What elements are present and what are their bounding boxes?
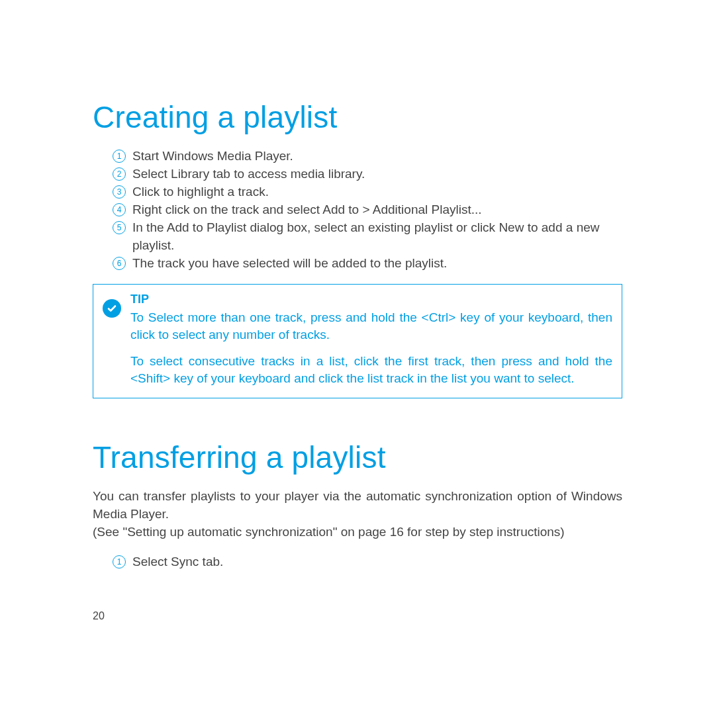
step-text: The track you have selected will be adde… — [132, 256, 447, 270]
tip-paragraph: To select consecutive tracks in a list, … — [130, 353, 612, 387]
step-item: 1Select Sync tab. — [113, 553, 622, 570]
section-title-creating: Creating a playlist — [93, 99, 622, 135]
step-number-icon: 2 — [113, 167, 126, 181]
intro-line: You can transfer playlists to your playe… — [93, 487, 622, 523]
step-item: 4Right click on the track and select Add… — [113, 201, 622, 218]
step-item: 3Click to highlight a track. — [113, 183, 622, 201]
step-item: 5In the Add to Playlist dialog box, sele… — [113, 218, 622, 254]
step-text: Select Sync tab. — [132, 555, 223, 569]
tip-callout: TIP To Select more than one track, press… — [93, 284, 622, 398]
step-item: 1Start Windows Media Player. — [113, 147, 622, 165]
tip-label: TIP — [130, 293, 612, 306]
tip-paragraph: To Select more than one track, press and… — [130, 309, 612, 343]
tip-content: TIP To Select more than one track, press… — [130, 293, 612, 387]
step-number-icon: 1 — [113, 555, 126, 569]
step-item: 2Select Library tab to access media libr… — [113, 165, 622, 183]
page-number: 20 — [93, 610, 105, 622]
checkmark-icon — [103, 299, 121, 318]
section-title-transferring: Transferring a playlist — [93, 439, 622, 475]
manual-page: Creating a playlist 1Start Windows Media… — [0, 0, 715, 728]
tip-text: To Select more than one track, press and… — [130, 309, 612, 387]
step-text: Start Windows Media Player. — [132, 149, 293, 163]
step-number-icon: 4 — [113, 203, 126, 216]
steps-list-transferring: 1Select Sync tab. — [93, 553, 622, 570]
intro-line: (See "Setting up automatic synchronizati… — [93, 523, 622, 541]
step-number-icon: 1 — [113, 150, 126, 163]
step-item: 6The track you have selected will be add… — [113, 254, 622, 272]
step-text: In the Add to Playlist dialog box, selec… — [132, 220, 600, 252]
intro-paragraph: You can transfer playlists to your playe… — [93, 487, 622, 541]
step-text: Click to highlight a track. — [132, 185, 269, 199]
tip-icon-wrap — [103, 299, 121, 318]
step-number-icon: 5 — [113, 221, 126, 234]
step-text: Select Library tab to access media libra… — [132, 167, 365, 181]
steps-list-creating: 1Start Windows Media Player. 2Select Lib… — [93, 147, 622, 272]
step-text: Right click on the track and select Add … — [132, 203, 482, 216]
step-number-icon: 3 — [113, 185, 126, 199]
step-number-icon: 6 — [113, 257, 126, 270]
